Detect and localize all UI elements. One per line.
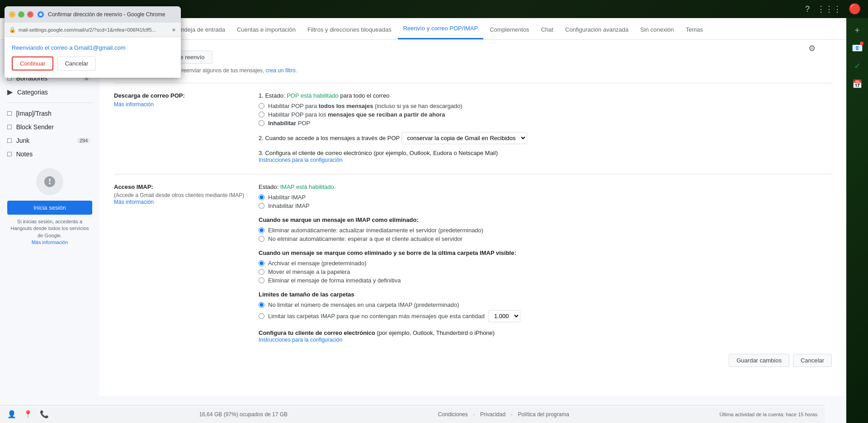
apps-icon[interactable]: ⋮⋮⋮ [817,4,841,14]
imap-radio-disable[interactable] [259,203,264,209]
footer-person-icon[interactable]: 👤 [7,410,16,418]
imap-folder-deleted-title: Cuando un mensaje se marque como elimina… [259,249,832,256]
forwarding-header: Añadir una dirección de reenvío Sugerenc… [114,51,832,74]
imap-radio-enable[interactable] [259,194,264,200]
tab-chat[interactable]: Chat [536,21,559,39]
imap-status-green: IMAP está habilitado. [280,183,336,190]
sidebar-label-block-sender: Block Sender [16,123,54,131]
imap-instructions-link[interactable]: Instrucciones para la configuración [259,337,342,343]
hangouts-description: Si inicias sesión, accederás a Hangouts … [7,218,92,246]
pop-more-link[interactable]: Más información [114,101,154,108]
imap-limit-select[interactable]: 1.000 2.000 5.000 [488,310,520,322]
settings-gear-button[interactable]: ⚙ [805,40,819,57]
pop-option-1[interactable]: Habilitar POP para todos los mensajes (i… [259,103,832,109]
continuar-button[interactable]: Continuar [12,56,53,70]
last-activity: Última actividad de la cuenta: hace 15 h… [720,412,817,417]
tab-filtros[interactable]: Filtros y direcciones bloqueadas [302,21,397,39]
sidebar-item-notes[interactable]: □ Notes [0,147,96,161]
address-text: mail-settings.google.com/mail/u/2/?scd=1… [19,27,169,33]
bookmark-icon[interactable]: ★ [171,27,176,33]
imap-config-title: Configura tu cliente de correo electróni… [259,329,832,336]
imap-limit-radio-1[interactable] [259,302,264,308]
sidebar-item-block-sender[interactable]: □ Block Sender [0,120,96,134]
pop-instructions-link[interactable]: Instrucciones para la configuración [259,157,342,163]
tab-avanzada[interactable]: Configuración avanzada [560,21,634,39]
suggestion-text: Sugerencia: Si solo quieres reenviar alg… [114,67,832,74]
popup-forwarding-text: Reenviando el correo a Gmail1@gmail.com [12,44,174,51]
tab-cuentas[interactable]: Cuentas e importación [231,21,301,39]
imap-folder-radio-3[interactable] [259,277,264,283]
footer-phone-icon[interactable]: 📞 [40,410,49,418]
hangouts-more-link[interactable]: Más información [32,240,68,245]
footer-conditions-link[interactable]: Condiciones [438,411,468,418]
chrome-window-controls[interactable]: − □ ✕ [9,11,33,18]
tab-reenvio[interactable]: Reenvío y correo POP/IMAP [398,19,483,39]
settings-content: Añadir una dirección de reenvío Sugerenc… [99,40,846,396]
close-button[interactable]: ✕ [27,11,33,18]
avatar-icon[interactable]: 🔴 [849,3,861,15]
hangouts-signin-button[interactable]: Inicia sesión [7,201,92,215]
footer-location-icon[interactable]: 📍 [24,410,33,418]
right-sidebar-check[interactable]: ✓ [849,58,865,74]
pop-status-green: POP está habilitado [287,92,339,99]
imap-limit-radio-2[interactable] [259,313,264,319]
imap-delete-permanent[interactable]: Eliminar el mensaje de forma inmediata y… [259,277,832,284]
section-divider-2 [114,174,832,174]
imap-limits-section: Límites de tamaño de las carpetas No lim… [259,291,832,322]
help-icon[interactable]: ? [805,5,810,14]
pop-step2: 2. Cuando se accede a los mensajes a tra… [259,132,832,144]
right-sidebar-add[interactable]: ＋ [849,22,865,38]
chrome-titlebar: − □ ✕ Confirmar dirección de reenvío - G… [5,6,181,23]
pop-step2-select[interactable]: conservar la copia de Gmail en Recibidos… [401,132,527,144]
cancelar-popup-button[interactable]: Cancelar [57,56,96,70]
cancel-button[interactable]: Cancelar [793,354,832,367]
footer-policy-link[interactable]: Política del programa [518,411,569,418]
minimize-button[interactable]: − [9,11,15,18]
imap-folder-radio-2[interactable] [259,269,264,275]
pop-label: Descarga de correo POP: Más información [114,92,259,108]
imap-more-link[interactable]: Más información [114,199,154,205]
save-button[interactable]: Guardar cambios [729,354,789,367]
imap-no-limit[interactable]: No limitar el número de mensajes en una … [259,301,832,308]
imap-trash-icon: □ [7,109,12,118]
pop-status: 1. Estado: POP está habilitado para todo… [259,92,832,99]
imap-disable[interactable]: Inhabilitar IMAP [259,202,832,209]
sidebar-item-imap-trash[interactable]: □ [Imap]/Trash [0,107,96,120]
chrome-popup: − □ ✕ Confirmar dirección de reenvío - G… [5,6,181,78]
imap-no-delete[interactable]: No eliminar automáticamente: esperar a q… [259,235,832,242]
create-filter-link[interactable]: crea un filtro. [266,67,297,74]
imap-set-limit[interactable]: Limitar las carpetas IMAP para que no co… [259,310,832,322]
gmail-topright: ⚙ [805,40,819,57]
chrome-addressbar: 🔒 mail-settings.google.com/mail/u/2/?scd… [5,23,181,37]
imap-del-radio-2[interactable] [259,236,264,242]
pop-radio-3[interactable] [259,120,264,126]
imap-folder-deleted-section: Cuando un mensaje se marque como elimina… [259,249,832,284]
maximize-button[interactable]: □ [18,11,24,18]
imap-enable[interactable]: Habilitar IMAP [259,194,832,201]
notes-icon: □ [7,150,12,158]
imap-del-radio-1[interactable] [259,227,264,233]
pop-option-2[interactable]: Habilitar POP para los mensajes que se r… [259,111,832,118]
pop-option-3[interactable]: Inhabilitar POP [259,120,832,127]
imap-archive[interactable]: Archivar el mensaje (predeterminado) [259,260,832,267]
pop-radio-1[interactable] [259,103,264,109]
pop-radio-2[interactable] [259,112,264,118]
section-divider-1 [114,83,832,83]
popup-buttons: Continuar Cancelar [12,56,174,70]
chrome-tab-title: Confirmar dirección de reenvío - Google … [48,11,176,18]
right-sidebar-calendar[interactable]: 📅 [849,76,865,92]
tab-complementos[interactable]: Complementos [484,21,534,39]
pop-body: 1. Estado: POP está habilitado para todo… [259,92,832,163]
tab-temas[interactable]: Temas [680,21,708,39]
sidebar-item-junk[interactable]: □ Junk 294 [0,134,96,147]
footer-privacy-link[interactable]: Privacidad [480,411,505,418]
right-sidebar-mail[interactable]: 📧 [849,40,865,56]
sidebar-item-categorias[interactable]: ▶ Categorias [0,85,96,99]
tab-sin-conexion[interactable]: Sin conexión [635,21,679,39]
imap-auto-delete[interactable]: Eliminar automáticamente: actualizar inm… [259,227,832,234]
imap-folder-radio-1[interactable] [259,260,264,266]
imap-move-trash[interactable]: Mover el mensaje a la papelera [259,268,832,275]
gmail-main: ⚙ General Etiquetas Bandeja de entrada C… [0,18,846,423]
sidebar-divider [7,103,92,103]
pop-section: Descarga de correo POP: Más información … [114,92,832,163]
